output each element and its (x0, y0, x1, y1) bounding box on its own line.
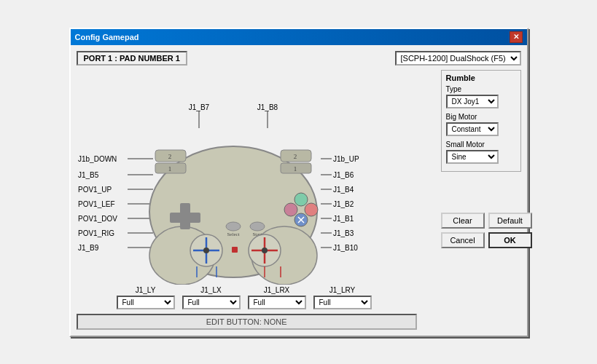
window-content: PORT 1 : PAD NUMBER 1 [SCPH-1200] DualSh… (71, 45, 527, 336)
R2-label: 2 (293, 153, 297, 160)
type-label: Type (446, 85, 516, 93)
axis-label-LX: J1_LX (182, 286, 241, 294)
controller-select-row: [SCPH-1200] DualShock (F5) (395, 51, 521, 66)
top-row: PORT 1 : PAD NUMBER 1 [SCPH-1200] DualSh… (77, 51, 521, 66)
label-J1-B1: J1_B1 (333, 215, 354, 223)
label-J1-B7: J1_B7 (188, 103, 209, 111)
axis-select-row: FullHalf+Half-None FullHalf+Half-None Fu… (117, 296, 435, 309)
label-J1-B3: J1_B3 (333, 229, 354, 237)
label-J1-B8: J1_B8 (257, 103, 278, 111)
small-motor-select[interactable]: Sine Constant Off (446, 150, 499, 164)
big-motor-row: Big Motor Constant Sine Off (446, 113, 516, 136)
label-POV1-RIGHT: POV1_RIG (78, 229, 114, 237)
clear-button[interactable]: Clear (441, 213, 485, 229)
label-POV1-DOWN: POV1_DOV (78, 215, 117, 223)
controller-area: J1b_DOWN J1_B5 POV1_UP POV1_LEF POV1_DOV… (77, 70, 435, 330)
circle-button[interactable] (305, 203, 318, 216)
R1-label: 1 (293, 165, 297, 173)
big-motor-label: Big Motor (446, 113, 516, 121)
axis-section: J1_LY J1_LX J1_LRX J1_LRY FullHalf+Half-… (77, 286, 435, 309)
title-bar: Config Gamepad ✕ (71, 29, 527, 45)
rumble-box: Rumble Type DX Joy1 DX Joy2 XInput1 Big … (441, 70, 521, 172)
axis-select-LY[interactable]: FullHalf+Half-None (117, 296, 175, 309)
label-J1-B10: J1_B10 (333, 244, 358, 252)
label-J1-B2: J1_B2 (333, 200, 354, 208)
port-label: PORT 1 : PAD NUMBER 1 (77, 51, 187, 66)
right-panel: Rumble Type DX Joy1 DX Joy2 XInput1 Big … (441, 70, 521, 330)
triangle-button[interactable] (294, 193, 308, 206)
type-row: Type DX Joy1 DX Joy2 XInput1 (446, 85, 516, 108)
axis-select-LRX[interactable]: FullHalf+Half-None (248, 296, 306, 309)
small-motor-row: Small Motor Sine Constant Off (446, 141, 516, 164)
window-title: Config Gamepad (75, 33, 139, 41)
label-POV1-UP: POV1_UP (78, 186, 112, 194)
gamepad-region: J1b_DOWN J1_B5 POV1_UP POV1_LEF POV1_DOV… (77, 70, 397, 285)
square-button[interactable] (284, 203, 297, 216)
cancel-button[interactable]: Cancel (441, 232, 485, 248)
axis-label-row: J1_LY J1_LX J1_LRX J1_LRY (117, 286, 435, 294)
action-button-group: Clear Default Cancel OK (441, 213, 521, 248)
edit-button-bar: EDIT BUTTON: NONE (77, 314, 417, 330)
default-button[interactable]: Default (488, 213, 532, 229)
label-J1-B4: J1_B4 (333, 186, 354, 194)
axis-label-LRX: J1_LRX (248, 286, 306, 294)
controller-select-dropdown[interactable]: [SCPH-1200] DualShock (F5) (395, 51, 521, 66)
config-gamepad-window: Config Gamepad ✕ PORT 1 : PAD NUMBER 1 [… (69, 28, 528, 337)
right-stick-dot (262, 248, 268, 253)
close-button[interactable]: ✕ (510, 31, 523, 43)
small-motor-label: Small Motor (446, 141, 516, 149)
label-J1b-UP: J1b_UP (333, 155, 359, 163)
axis-label-LY: J1_LY (117, 286, 175, 294)
ok-button[interactable]: OK (488, 232, 532, 248)
dpad-horiz[interactable] (170, 213, 200, 223)
type-select[interactable]: DX Joy1 DX Joy2 XInput1 (446, 95, 499, 108)
action-row-1: Clear Default (441, 213, 521, 229)
main-area: J1b_DOWN J1_B5 POV1_UP POV1_LEF POV1_DOV… (77, 70, 521, 330)
axis-select-LRY[interactable]: FullHalf+Half-None (313, 296, 372, 309)
center-indicator (232, 247, 238, 253)
left-stick-dot (203, 248, 209, 253)
rumble-title: Rumble (446, 74, 516, 82)
L2-label: 2 (168, 153, 171, 160)
start-button[interactable] (250, 222, 265, 231)
label-POV1-LEFT: POV1_LEF (78, 200, 115, 208)
action-row-2: Cancel OK (441, 232, 521, 248)
axis-label-LRY: J1_LRY (313, 286, 372, 294)
label-J1-B9: J1_B9 (78, 244, 99, 252)
label-J1-B6: J1_B6 (333, 171, 354, 179)
L1-label: 1 (168, 165, 171, 173)
gamepad-svg: J1b_DOWN J1_B5 POV1_UP POV1_LEF POV1_DOV… (77, 70, 397, 285)
select-label: Select (227, 232, 239, 237)
axis-select-LX[interactable]: FullHalf+Half-None (182, 296, 241, 309)
label-J1-B5: J1_B5 (78, 171, 99, 179)
big-motor-select[interactable]: Constant Sine Off (446, 122, 499, 136)
label-J1b-DOWN: J1b_DOWN (78, 155, 117, 163)
select-button[interactable] (226, 222, 241, 231)
